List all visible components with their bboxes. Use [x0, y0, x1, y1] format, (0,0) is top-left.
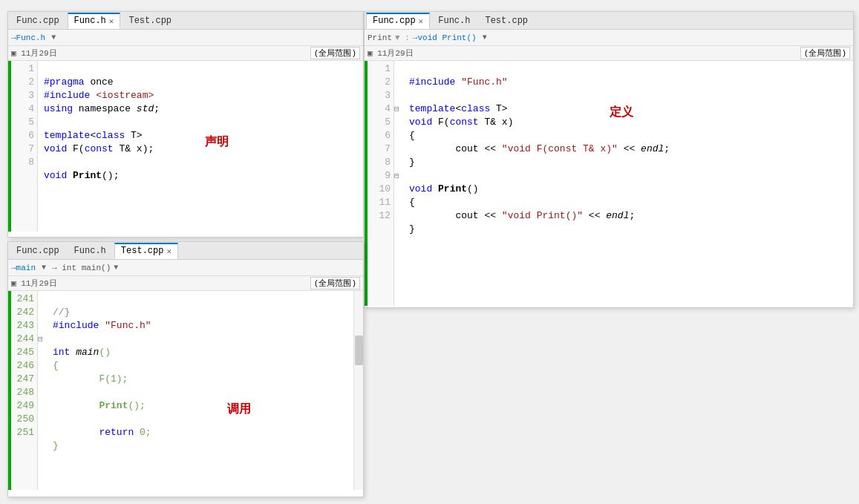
scope-label-tr: (全局范围)	[800, 47, 850, 59]
func-cpp-window: Func.cpp ✕ Func.h Test.cpp Print ▼ : → v…	[364, 11, 854, 308]
func-h-date-bar: ▣ 11月29日 (全局范围)	[8, 46, 363, 61]
scrollbar-thumb-bl[interactable]	[355, 336, 363, 365]
annotation-definition: 定义	[610, 105, 633, 120]
close-funch-btn[interactable]: ✕	[109, 16, 114, 26]
nav-item2-bl: → int main()	[52, 264, 111, 272]
nav-item-bl[interactable]: main	[16, 264, 36, 272]
test-cpp-tab-bar: Func.cpp Func.h Test.cpp ✕	[8, 242, 363, 260]
nav-dropdown-tr[interactable]: ▼	[483, 33, 487, 42]
tab-funch-bl[interactable]: Func.h	[68, 243, 113, 259]
tab-funccpp-bl[interactable]: Func.cpp	[10, 243, 66, 259]
date-label-tr: ▣ 11月29日	[368, 48, 414, 59]
tab-testcpp-tr[interactable]: Test.cpp	[478, 13, 535, 29]
nav-dropdown-bl[interactable]: ▼	[42, 264, 46, 272]
close-testcpp-btn[interactable]: ✕	[166, 246, 172, 256]
line-numbers-bl: 241 242 243 244 245 246 247 248 249 250 …	[11, 291, 38, 490]
nav-arrow-tl: →	[11, 33, 16, 42]
func-cpp-tab-bar: Func.cpp ✕ Func.h Test.cpp	[365, 12, 853, 30]
test-cpp-window: Func.cpp Func.h Test.cpp ✕ → main ▼ → in…	[7, 241, 364, 497]
func-cpp-date-bar: ▣ 11月29日 (全局范围)	[365, 46, 853, 61]
tab-funccpp-tl[interactable]: Func.cpp	[10, 13, 66, 29]
scope-label-tl: (全局范围)	[310, 47, 360, 59]
func-h-code[interactable]: #pragma once #include <iostream> using n…	[38, 61, 363, 232]
test-cpp-nav-bar: → main ▼ → int main() ▼	[8, 260, 363, 276]
nav-prefix-tr: Print	[368, 33, 392, 42]
func-h-window: Func.cpp Func.h ✕ Test.cpp → Func.h ▼ ▣ …	[7, 11, 364, 238]
tab-testcpp-bl[interactable]: Test.cpp ✕	[114, 243, 178, 259]
collapse-markers-tr: ⊟ ⊟	[394, 61, 403, 306]
date-label-tl: ▣ 11月29日	[11, 48, 57, 59]
test-cpp-date-bar: ▣ 11月29日 (全局范围)	[8, 276, 363, 291]
func-cpp-code[interactable]: #include "Func.h" template<class T> void…	[403, 61, 853, 306]
scrollbar-bl[interactable]	[353, 291, 363, 490]
collapse-markers-bl: ⊟	[38, 291, 47, 490]
annotation-declaration: 声明	[205, 134, 229, 150]
nav-arrow-bl: →	[11, 264, 16, 272]
test-cpp-code[interactable]: //} #include "Func.h" int main() { F(1);…	[47, 291, 363, 490]
func-h-tab-bar: Func.cpp Func.h ✕ Test.cpp	[8, 12, 363, 30]
tab-funch-tr[interactable]: Func.h	[431, 13, 477, 29]
nav-dropdown-tl[interactable]: ▼	[51, 33, 56, 42]
tab-testcpp-tl[interactable]: Test.cpp	[122, 13, 178, 29]
date-label-bl: ▣ 11月29日	[11, 278, 57, 289]
scope-label-bl: (全局范围)	[310, 277, 360, 289]
func-h-code-area: 1 2 3 4 5 6 7 8 #pragma once #include <i…	[8, 61, 363, 232]
nav-arrow-tr: →	[413, 33, 418, 42]
nav-sep-tr: ▼ :	[395, 33, 410, 42]
tab-funccpp-tr[interactable]: Func.cpp ✕	[366, 13, 430, 29]
nav-item-tr[interactable]: void Print()	[417, 33, 476, 42]
close-funccpp-btn[interactable]: ✕	[419, 16, 424, 26]
func-cpp-nav-bar: Print ▼ : → void Print() ▼	[365, 30, 853, 46]
line-numbers-tr: 1 2 3 4 5 6 7 8 9 10 11 12	[368, 61, 394, 306]
annotation-call: 调用	[227, 402, 251, 417]
func-h-nav-bar: → Func.h ▼	[8, 30, 363, 46]
test-cpp-code-area: 241 242 243 244 245 246 247 248 249 250 …	[8, 291, 363, 490]
line-numbers-tl: 1 2 3 4 5 6 7 8	[11, 61, 38, 232]
tab-funch-tl[interactable]: Func.h ✕	[68, 13, 121, 29]
func-cpp-code-area: 1 2 3 4 5 6 7 8 9 10 11 12 ⊟ ⊟	[365, 61, 853, 306]
nav-item-tl[interactable]: Func.h	[16, 33, 46, 42]
